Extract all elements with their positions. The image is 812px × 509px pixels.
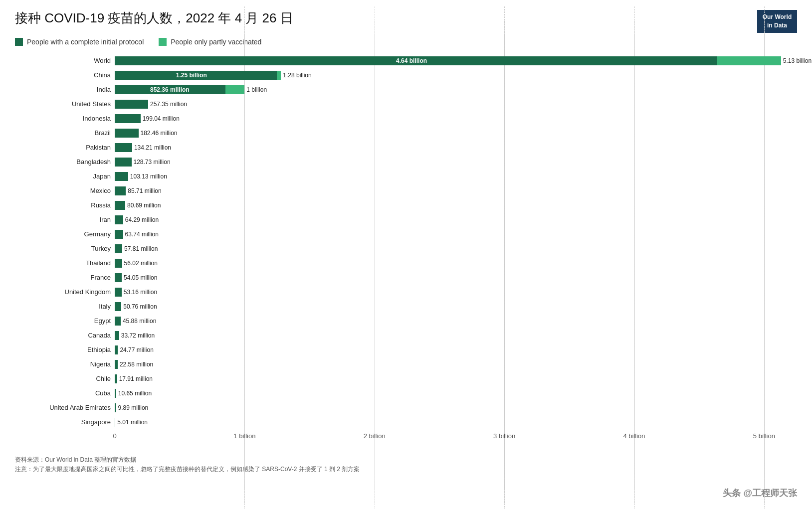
bar-complete <box>115 71 277 80</box>
bar-complete <box>115 389 116 398</box>
bar-complete <box>115 186 126 195</box>
country-label: China <box>15 71 115 79</box>
bars-wrapper: 33.72 million <box>115 331 797 340</box>
bars-wrapper: 128.73 million <box>115 158 797 167</box>
table-row: India1 billion852.36 million <box>15 83 797 97</box>
bars-wrapper: 257.35 million <box>115 100 797 109</box>
country-label: Chile <box>15 375 115 382</box>
x-tick-label: 0 <box>113 432 116 440</box>
country-label: World <box>15 57 115 64</box>
bars-wrapper: 56.02 million <box>115 259 797 268</box>
bar-partial <box>717 56 781 65</box>
footnote-note: 注意：为了最大限度地提高国家之间的可比性，忽略了完整疫苗接种的替代定义，例如感染… <box>15 465 360 474</box>
country-label: Nigeria <box>15 360 115 368</box>
table-row: Brazil182.46 million <box>15 126 797 140</box>
complete-value-label: 45.88 million <box>123 318 156 325</box>
bar-complete <box>115 85 225 94</box>
country-label: Mexico <box>15 187 115 194</box>
country-label: Brazil <box>15 129 115 137</box>
bottom-row: 资料来源：Our World in Data 整理的官方数据 注意：为了最大限度… <box>15 447 797 474</box>
table-row: Ethiopia24.77 million <box>15 343 797 357</box>
country-label: Russia <box>15 201 115 209</box>
bars-wrapper: 134.21 million <box>115 143 797 152</box>
bars-wrapper: 22.58 million <box>115 360 797 369</box>
bar-complete <box>115 114 141 123</box>
x-tick-label: 3 billion <box>493 432 515 440</box>
bars-wrapper: 199.04 million <box>115 114 797 123</box>
complete-value-label: 56.02 million <box>124 260 158 267</box>
table-row: Mexico85.71 million <box>15 184 797 198</box>
bar-complete <box>115 143 132 152</box>
country-label: Germany <box>15 230 115 238</box>
x-tick-label: 1 billion <box>233 432 255 440</box>
bar-complete <box>115 345 118 354</box>
country-label: Singapore <box>15 418 115 426</box>
complete-value-label: 54.05 million <box>124 274 157 281</box>
country-label: India <box>15 86 115 93</box>
complete-value-label: 63.74 million <box>125 231 159 238</box>
complete-value-label: 5.01 million <box>117 419 148 426</box>
bars-wrapper: 9.89 million <box>115 403 797 412</box>
table-row: United Kingdom53.16 million <box>15 285 797 299</box>
table-row: Chile17.91 million <box>15 372 797 386</box>
country-label: Japan <box>15 172 115 180</box>
bars-wrapper: 5.01 million <box>115 418 797 427</box>
bar-complete <box>115 360 118 369</box>
legend-complete-label: People with a complete initial protocol <box>27 38 144 46</box>
country-label: Italy <box>15 303 115 310</box>
bars-wrapper: 53.16 million <box>115 288 797 297</box>
country-label: Iran <box>15 216 115 223</box>
table-row: Indonesia199.04 million <box>15 112 797 126</box>
table-row: Iran64.29 million <box>15 213 797 227</box>
table-row: Thailand56.02 million <box>15 256 797 270</box>
country-label: Egypt <box>15 317 115 325</box>
table-row: Egypt45.88 million <box>15 314 797 328</box>
table-row: Italy50.76 million <box>15 300 797 314</box>
legend-complete: People with a complete initial protocol <box>15 38 144 46</box>
owid-line1: Our World <box>763 13 792 20</box>
bar-complete <box>115 259 122 268</box>
bars-wrapper: 45.88 million <box>115 317 797 326</box>
bar-partial <box>225 85 244 94</box>
country-label: Turkey <box>15 245 115 252</box>
complete-value-label: 199.04 million <box>143 115 180 122</box>
x-axis: 01 billion2 billion3 billion4 billion5 b… <box>115 432 797 442</box>
table-row: Pakistan134.21 million <box>15 141 797 155</box>
chart-container: World5.13 billion4.64 billionChina1.28 b… <box>15 54 797 442</box>
footnote-source: 资料来源：Our World in Data 整理的官方数据 <box>15 455 360 465</box>
bar-complete <box>115 230 123 239</box>
complete-value-label: 64.29 million <box>125 216 159 223</box>
complete-value-label: 10.65 million <box>118 390 152 397</box>
complete-value-label: 22.58 million <box>120 361 153 368</box>
table-row: United States257.35 million <box>15 97 797 111</box>
bar-partial <box>277 71 281 80</box>
bar-complete <box>115 215 123 224</box>
bar-complete <box>115 129 139 138</box>
complete-value-label: 134.21 million <box>134 144 171 151</box>
bars-wrapper: 64.29 million <box>115 215 797 224</box>
x-tick-label: 5 billion <box>753 432 775 440</box>
bars-wrapper: 1.28 billion1.25 billion <box>115 71 797 80</box>
bars-wrapper: 17.91 million <box>115 374 797 383</box>
complete-value-label: 9.89 million <box>118 404 149 411</box>
bar-complete <box>115 56 717 65</box>
table-row: World5.13 billion4.64 billion <box>15 54 797 68</box>
owid-line2: in Data <box>767 22 787 29</box>
chart-rows: World5.13 billion4.64 billionChina1.28 b… <box>15 54 797 429</box>
bars-wrapper: 63.74 million <box>115 230 797 239</box>
table-row: France54.05 million <box>15 271 797 285</box>
table-row: United Arab Emirates9.89 million <box>15 401 797 415</box>
bar-complete <box>115 317 121 326</box>
complete-value-label: 33.72 million <box>121 332 155 339</box>
legend-complete-box <box>15 38 23 46</box>
table-row: Russia80.69 million <box>15 198 797 212</box>
partial-value-label: 1.28 billion <box>283 72 311 79</box>
country-label: Thailand <box>15 259 115 267</box>
country-label: United Arab Emirates <box>15 404 115 411</box>
bars-wrapper: 50.76 million <box>115 302 797 311</box>
bar-complete <box>115 302 121 311</box>
country-label: United States <box>15 100 115 108</box>
table-row: Bangladesh128.73 million <box>15 155 797 169</box>
country-label: France <box>15 274 115 281</box>
table-row: Germany63.74 million <box>15 227 797 241</box>
